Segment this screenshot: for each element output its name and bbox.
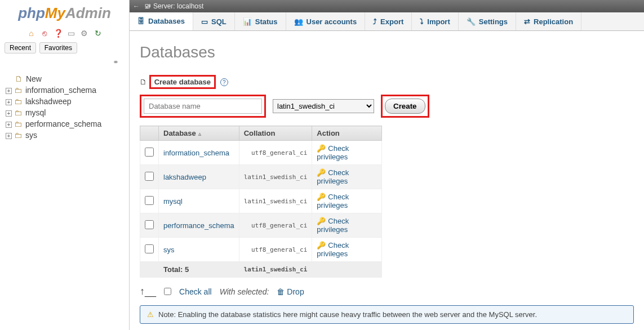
col-checkbox <box>140 126 159 141</box>
replication-icon: ⇄ <box>524 17 530 26</box>
collation-select[interactable]: latin1_swedish_ci <box>273 99 374 113</box>
tab-databases[interactable]: 🗄Databases <box>130 12 193 31</box>
expand-icon[interactable]: + <box>6 110 12 117</box>
tab-label: Import <box>427 17 450 26</box>
help-icon[interactable]: ? <box>220 78 228 86</box>
db-name-link[interactable]: information_schema <box>159 141 239 165</box>
check-privileges-link[interactable]: 🔑Check privileges <box>312 141 382 165</box>
tab-users[interactable]: 👥User accounts <box>286 12 366 30</box>
logo-part-my: My <box>45 5 65 21</box>
sql-icon: ▭ <box>201 17 208 26</box>
tree-db[interactable]: +🗀 performance_schema <box>2 118 127 130</box>
wrench-icon: 🔧 <box>467 17 476 26</box>
check-privileges-link[interactable]: 🔑Check privileges <box>312 213 382 238</box>
privileges-icon: 🔑 <box>317 193 326 201</box>
tab-sql[interactable]: ▭SQL <box>193 12 235 30</box>
checkall-checkbox[interactable] <box>164 288 171 295</box>
privileges-icon: 🔑 <box>317 217 326 225</box>
expand-icon[interactable]: + <box>6 133 12 139</box>
privileges-icon: 🔑 <box>317 168 326 177</box>
table-row: mysqllatin1_swedish_ci🔑Check privileges <box>140 189 382 213</box>
logout-icon[interactable]: ⎋ <box>40 29 49 38</box>
check-privileges-link[interactable]: 🔑Check privileges <box>312 165 382 189</box>
row-checkbox[interactable] <box>145 196 154 205</box>
home-icon[interactable]: ⌂ <box>26 29 35 38</box>
logo-part-php: php <box>18 5 45 21</box>
tree-db[interactable]: +🗀 sys <box>2 130 127 141</box>
tab-label: User accounts <box>307 17 357 26</box>
drop-label: Drop <box>287 287 304 296</box>
create-db-label: Create database <box>149 75 216 89</box>
drop-icon: 🗑 <box>277 287 285 296</box>
create-button[interactable]: Create <box>385 99 425 114</box>
tree-db-label: information_schema <box>25 86 96 95</box>
tab-label: SQL <box>211 17 226 26</box>
check-privileges-link[interactable]: 🔑Check privileges <box>312 238 382 262</box>
db-icon: 🗀 <box>14 86 22 95</box>
recent-tab[interactable]: Recent <box>5 42 36 53</box>
export-icon: ⤴ <box>373 17 377 26</box>
favorites-tab[interactable]: Favorites <box>39 42 77 53</box>
db-name-link[interactable]: performance_schema <box>159 213 239 238</box>
row-checkbox[interactable] <box>145 220 154 229</box>
db-name-link[interactable]: sys <box>159 238 239 262</box>
footer-total: Total: 5 <box>159 262 239 278</box>
tree-db-label: sys <box>25 131 37 140</box>
chain-icon[interactable]: ⚭ <box>0 56 129 69</box>
topbar: ← 🖳 Server: localhost <box>130 0 644 12</box>
db-name-link[interactable]: mysql <box>159 189 239 213</box>
check-privileges-link[interactable]: 🔑Check privileges <box>312 189 382 213</box>
tree-new[interactable]: 🗋 New <box>2 73 127 84</box>
sql-icon[interactable]: ▭ <box>66 29 75 38</box>
breadcrumb[interactable]: Server: localhost <box>153 2 203 10</box>
content: Databases 🗋 Create database ? latin1_swe… <box>130 31 644 330</box>
db-collation: utf8_general_ci <box>239 141 312 165</box>
table-row: information_schemautf8_general_ci🔑Check … <box>140 141 382 165</box>
db-icon: 🗀 <box>14 97 22 106</box>
highlight-box: Create <box>381 95 429 118</box>
create-db-form: latin1_swedish_ci Create <box>140 95 634 118</box>
expand-icon[interactable]: + <box>6 88 12 94</box>
sidebar-toolbar: ⌂ ⎋ ❓ ▭ ⚙ ↻ <box>0 26 129 40</box>
with-selected-label: With selected: <box>220 287 269 296</box>
notice-text: Note: Enabling the database statistics h… <box>158 310 537 319</box>
drop-button[interactable]: 🗑 Drop <box>277 287 304 296</box>
tab-label: Databases <box>148 17 185 25</box>
db-name-link[interactable]: lakshadweep <box>159 165 239 189</box>
server-icon: 🖳 <box>144 2 151 10</box>
row-checkbox[interactable] <box>145 172 154 181</box>
db-icon: 🗀 <box>14 119 22 128</box>
db-collation: latin1_swedish_ci <box>239 165 312 189</box>
tab-settings[interactable]: 🔧Settings <box>459 12 516 30</box>
col-collation[interactable]: Collation <box>239 126 312 141</box>
tree-db[interactable]: +🗀 information_schema <box>2 84 127 96</box>
col-label: Database <box>163 129 196 137</box>
database-name-input[interactable] <box>144 99 262 114</box>
settings-icon[interactable]: ⚙ <box>80 29 89 38</box>
reload-icon[interactable]: ↻ <box>94 29 103 38</box>
col-database[interactable]: Database▵ <box>159 126 239 141</box>
tree-db-label: lakshadweep <box>25 97 72 106</box>
tab-label: Settings <box>479 17 508 26</box>
db-add-icon: 🗋 <box>140 78 147 86</box>
logo[interactable]: phpMyAdmin <box>0 0 129 26</box>
expand-icon[interactable]: + <box>6 99 12 105</box>
tab-import[interactable]: ⤵Import <box>412 12 458 30</box>
tab-export[interactable]: ⤴Export <box>365 12 412 30</box>
row-checkbox[interactable] <box>145 244 154 253</box>
tab-status[interactable]: 📊Status <box>235 12 286 30</box>
tree-db[interactable]: +🗀 lakshadweep <box>2 96 127 107</box>
tree-db[interactable]: +🗀 mysql <box>2 107 127 118</box>
docs-icon[interactable]: ❓ <box>54 29 63 38</box>
tab-label: Export <box>380 17 403 26</box>
tab-replication[interactable]: ⇄Replication <box>516 12 581 30</box>
notice-box: ⚠ Note: Enabling the database statistics… <box>140 305 634 324</box>
db-collation: latin1_swedish_ci <box>239 189 312 213</box>
status-icon: 📊 <box>243 17 252 26</box>
tree-db-label: mysql <box>25 108 46 117</box>
checkall-link[interactable]: Check all <box>179 287 212 296</box>
expand-icon[interactable]: + <box>6 122 12 128</box>
collapse-sidebar-icon[interactable]: ← <box>133 2 140 10</box>
footer-collation: latin1_swedish_ci <box>239 262 312 278</box>
row-checkbox[interactable] <box>145 148 154 157</box>
